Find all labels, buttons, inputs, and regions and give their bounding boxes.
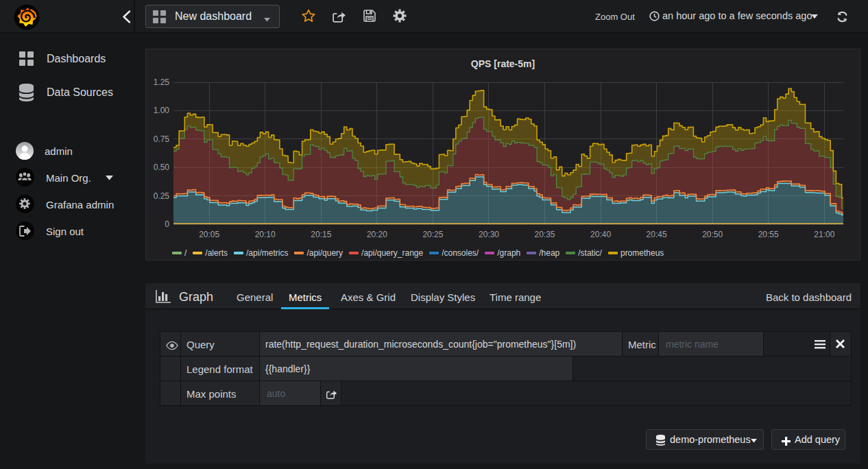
svg-text:20:30: 20:30 [479, 230, 499, 239]
svg-text:0: 0 [165, 219, 169, 229]
svg-text:0.50: 0.50 [154, 163, 170, 172]
svg-text:20:15: 20:15 [311, 230, 331, 239]
svg-text:0.75: 0.75 [154, 134, 170, 144]
svg-text:20:45: 20:45 [647, 230, 667, 239]
svg-text:21:00: 21:00 [814, 230, 834, 239]
svg-text:20:25: 20:25 [422, 230, 443, 239]
svg-text:20:50: 20:50 [702, 230, 723, 239]
svg-text:20:20: 20:20 [367, 230, 387, 239]
svg-text:20:40: 20:40 [590, 230, 611, 239]
svg-text:20:55: 20:55 [758, 230, 779, 239]
svg-text:20:35: 20:35 [534, 230, 555, 239]
svg-text:1.00: 1.00 [154, 106, 170, 115]
svg-text:1.25: 1.25 [154, 77, 170, 87]
svg-text:0.25: 0.25 [154, 191, 170, 201]
svg-text:20:05: 20:05 [199, 230, 219, 239]
svg-text:20:10: 20:10 [255, 230, 276, 239]
